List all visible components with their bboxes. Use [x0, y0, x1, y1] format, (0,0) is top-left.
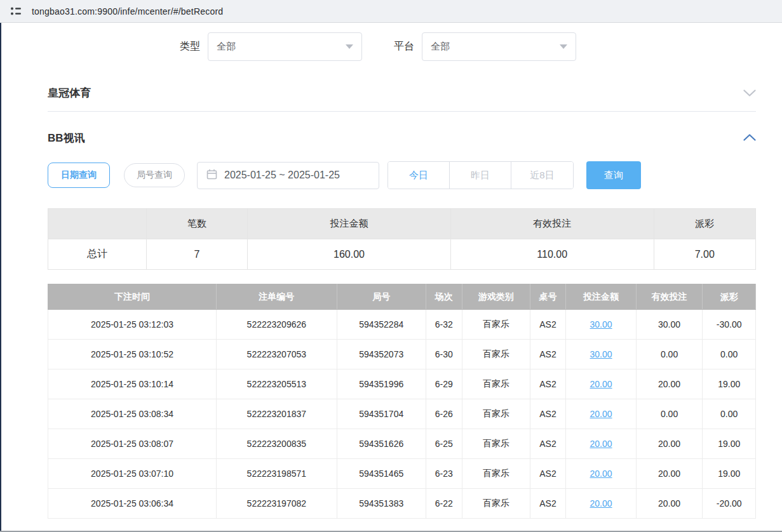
cell-bet-amount: 20.00 — [566, 489, 636, 519]
platform-filter-label: 平台 — [394, 40, 414, 53]
summary-header-bet-amount: 投注金额 — [248, 209, 451, 239]
bet-amount-link[interactable]: 30.00 — [590, 349, 612, 359]
caret-down-icon — [346, 44, 353, 49]
summary-header-valid-bet: 有效投注 — [450, 209, 654, 239]
date-shortcut-tabs: 今日 昨日 近8日 — [388, 161, 574, 189]
caret-down-icon — [560, 44, 567, 49]
cell-order-no: 522223197082 — [217, 489, 337, 519]
cell-payout: -30.00 — [703, 310, 756, 340]
chevron-down-icon[interactable] — [743, 88, 756, 99]
cell-bet-amount: 20.00 — [566, 459, 636, 489]
cell-table-no: AS2 — [530, 399, 566, 429]
cell-table-no: AS2 — [530, 310, 566, 340]
cell-valid-bet: 20.00 — [636, 459, 703, 489]
table-row: 2025-01-25 03:10:14 522223205513 5943519… — [48, 369, 756, 399]
cell-bet-time: 2025-01-25 03:10:52 — [48, 340, 217, 369]
tab-yesterday[interactable]: 昨日 — [450, 162, 511, 189]
table-row: 2025-01-25 03:12:03 522223209626 5943522… — [48, 310, 756, 340]
cell-payout: 0.00 — [703, 340, 756, 369]
browser-url-bar: tongbao31.com:9900/infe/mcenter/#/betRec… — [0, 0, 782, 23]
summary-total-row: 总计 7 160.00 110.00 7.00 — [48, 239, 756, 270]
cell-round-no: 594351465 — [337, 459, 426, 489]
cell-valid-bet: 20.00 — [636, 489, 703, 519]
header-order-no: 注单编号 — [217, 284, 337, 310]
detail-header-row: 下注时间 注单编号 局号 场次 游戏类别 桌号 投注金额 有效投注 派彩 — [48, 284, 756, 310]
filter-row: 类型 全部 平台 全部 — [180, 32, 756, 61]
cell-payout: 19.00 — [703, 369, 756, 399]
cell-table-no: AS2 — [530, 340, 566, 369]
cell-bet-amount: 20.00 — [566, 429, 636, 459]
cell-session: 6-25 — [426, 429, 462, 459]
address-bar-url[interactable]: tongbao31.com:9900/infe/mcenter/#/betRec… — [32, 6, 223, 17]
cell-table-no: AS2 — [530, 429, 566, 459]
summary-header-blank — [48, 209, 147, 239]
cell-bet-time: 2025-01-25 03:07:10 — [48, 459, 217, 489]
cell-order-no: 522223200835 — [217, 429, 337, 459]
summary-header-payout: 派彩 — [654, 209, 755, 239]
cell-round-no: 594351626 — [337, 429, 426, 459]
cell-valid-bet: 0.00 — [636, 399, 703, 429]
cell-game-type: 百家乐 — [462, 489, 530, 519]
calendar-icon — [206, 169, 217, 182]
cell-round-no: 594351383 — [337, 489, 426, 519]
bet-amount-link[interactable]: 20.00 — [590, 439, 612, 449]
section-crown-sports[interactable]: 皇冠体育 — [48, 75, 756, 112]
cell-game-type: 百家乐 — [462, 310, 530, 340]
cell-bet-time: 2025-01-25 03:12:03 — [48, 310, 217, 340]
cell-table-no: AS2 — [530, 489, 566, 519]
summary-payout-value: 7.00 — [654, 239, 755, 270]
cell-session: 6-29 — [426, 369, 462, 399]
bet-record-page: 类型 全部 平台 全部 皇冠体育 BB视讯 日期查询 局号查询 — [0, 23, 782, 519]
bet-record-table: 下注时间 注单编号 局号 场次 游戏类别 桌号 投注金额 有效投注 派彩 202… — [48, 284, 756, 519]
date-query-button[interactable]: 日期查询 — [48, 163, 110, 188]
summary-total-label: 总计 — [48, 239, 147, 270]
bet-amount-link[interactable]: 20.00 — [590, 469, 612, 479]
cell-order-no: 522223201837 — [217, 399, 337, 429]
platform-select[interactable]: 全部 — [422, 32, 576, 61]
type-select[interactable]: 全部 — [208, 32, 362, 61]
cell-order-no: 522223207053 — [217, 340, 337, 369]
cell-order-no: 522223205513 — [217, 369, 337, 399]
cell-valid-bet: 0.00 — [636, 340, 703, 369]
cell-session: 6-26 — [426, 399, 462, 429]
date-range-value: 2025-01-25 ~ 2025-01-25 — [224, 170, 340, 181]
bet-amount-link[interactable]: 30.00 — [590, 319, 612, 329]
cell-game-type: 百家乐 — [462, 459, 530, 489]
chevron-up-icon[interactable] — [743, 132, 756, 143]
round-query-button[interactable]: 局号查询 — [124, 163, 185, 187]
cell-round-no: 594352284 — [337, 310, 426, 340]
bet-amount-link[interactable]: 20.00 — [590, 409, 612, 419]
table-row: 2025-01-25 03:08:07 522223200835 5943516… — [48, 429, 756, 459]
cell-session: 6-30 — [426, 340, 462, 369]
table-row: 2025-01-25 03:06:34 522223197082 5943513… — [48, 489, 756, 519]
header-payout: 派彩 — [703, 284, 756, 310]
tab-today[interactable]: 今日 — [388, 162, 450, 189]
bet-amount-link[interactable]: 20.00 — [590, 379, 612, 389]
browser-tab-icon[interactable] — [9, 5, 23, 18]
cell-game-type: 百家乐 — [462, 399, 530, 429]
cell-valid-bet: 20.00 — [636, 429, 703, 459]
type-filter-label: 类型 — [180, 40, 200, 53]
cell-payout: 0.00 — [703, 399, 756, 429]
section-bb-video[interactable]: BB视讯 — [48, 119, 756, 156]
detail-table-body: 2025-01-25 03:12:03 522223209626 5943522… — [48, 310, 756, 519]
bb-video-title: BB视讯 — [48, 131, 85, 145]
cell-valid-bet: 30.00 — [636, 310, 703, 340]
date-range-input[interactable]: 2025-01-25 ~ 2025-01-25 — [197, 162, 379, 189]
cell-bet-amount: 20.00 — [566, 369, 636, 399]
cell-bet-amount: 30.00 — [566, 340, 636, 369]
cell-game-type: 百家乐 — [462, 340, 530, 369]
cell-payout: 19.00 — [703, 429, 756, 459]
header-valid-bet: 有效投注 — [636, 284, 703, 310]
summary-valid-bet-value: 110.00 — [450, 239, 654, 270]
bet-amount-link[interactable]: 20.00 — [590, 498, 612, 509]
table-row: 2025-01-25 03:08:34 522223201837 5943517… — [48, 399, 756, 429]
header-session: 场次 — [426, 284, 462, 310]
cell-valid-bet: 20.00 — [636, 369, 703, 399]
query-controls: 日期查询 局号查询 2025-01-25 ~ 2025-01-25 今日 昨日 … — [48, 160, 756, 190]
table-row: 2025-01-25 03:10:52 522223207053 5943520… — [48, 340, 756, 369]
tab-last-8-days[interactable]: 近8日 — [511, 162, 573, 189]
search-button[interactable]: 查询 — [586, 161, 641, 189]
summary-count-value: 7 — [146, 239, 247, 270]
table-row: 2025-01-25 03:07:10 522223198571 5943514… — [48, 459, 756, 489]
